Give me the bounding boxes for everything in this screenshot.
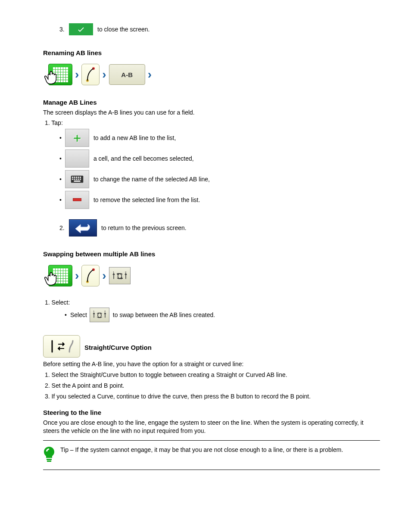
svg-rect-12: [80, 178, 81, 180]
check-icon: [77, 25, 85, 34]
straight-curve-intro: Before setting the A-B line, you have th…: [43, 360, 380, 368]
chevron-right-icon: ›: [75, 68, 79, 81]
minus-icon: [73, 198, 81, 201]
select-cell-button[interactable]: [65, 149, 89, 168]
separator: [43, 470, 380, 470]
select-cell-text: a cell, and the cell becomes selected,: [93, 155, 194, 162]
guidance-button[interactable]: [81, 64, 100, 85]
swap-ab-button[interactable]: 1 2: [109, 267, 131, 284]
guidance-icon: [85, 66, 96, 83]
step-number: 2.: [59, 224, 66, 231]
svg-rect-5: [76, 177, 77, 178]
back-text: to return to the previous screen.: [101, 224, 187, 231]
sc-step1: 1. Select the Straight/Curve button to t…: [45, 371, 380, 379]
lightbulb-icon: [43, 446, 55, 464]
swap-text: to swap between the AB lines created.: [113, 311, 215, 318]
add-line-text: to add a new AB line to the list,: [93, 134, 176, 141]
svg-rect-3: [72, 177, 73, 178]
renaming-ab-lines-title: Renaming AB lines: [43, 49, 380, 56]
sc-step2: 2. Set the A point and B point.: [45, 382, 380, 390]
ab-line-button[interactable]: A-B: [109, 64, 145, 85]
svg-rect-4: [74, 177, 75, 178]
step3-text: to close the screen.: [97, 26, 149, 33]
pointing-hand-icon: [41, 266, 63, 289]
back-arrow-icon: [75, 222, 92, 234]
bullet: [59, 176, 65, 183]
svg-rect-10: [76, 178, 77, 180]
back-button[interactable]: [69, 219, 97, 236]
pointing-hand-icon: [41, 65, 63, 88]
bullet: [59, 196, 65, 203]
guidance-button[interactable]: [81, 265, 100, 286]
svg-text:1: 1: [93, 310, 94, 313]
straight-curve-title: Straight/Curve Option: [84, 344, 152, 351]
remove-text: to remove the selected line from the lis…: [93, 196, 200, 203]
remove-line-button[interactable]: [65, 191, 89, 209]
chevron-right-icon: ›: [75, 269, 79, 283]
step-number: 1. Select:: [45, 299, 70, 306]
svg-text:2: 2: [104, 310, 106, 313]
svg-rect-6: [78, 177, 79, 178]
chevron-right-icon: ›: [102, 269, 106, 283]
add-line-button[interactable]: ＋: [65, 129, 89, 147]
plus-icon: ＋: [71, 130, 83, 146]
swap-prefix: Select: [70, 311, 87, 318]
swapping-title: Swapping between multiple AB lines: [43, 250, 380, 258]
step-number: 1. Tap:: [45, 119, 63, 126]
svg-rect-11: [78, 178, 79, 180]
rename-text: to change the name of the selected AB li…: [93, 176, 210, 183]
breadcrumb-path-swap: › › 1 2: [48, 260, 380, 291]
bullet: [59, 155, 65, 162]
straight-curve-icon: [49, 339, 75, 354]
tip-text: Tip – If the system cannot engage, it ma…: [60, 446, 343, 454]
straight-curve-button[interactable]: [43, 335, 80, 358]
svg-text:1: 1: [113, 271, 115, 274]
manage-ab-lines-title: Manage AB Lines: [43, 99, 380, 106]
svg-rect-13: [74, 180, 80, 182]
swap-ab-button-inline[interactable]: 1 2: [90, 308, 109, 322]
keyboard-icon: [71, 175, 84, 184]
swap-icon: 1 2: [112, 270, 128, 281]
chevron-right-icon: ›: [148, 68, 152, 81]
steering-text: Once you are close enough to the line, e…: [43, 419, 380, 435]
rename-button[interactable]: [65, 170, 89, 188]
svg-text:2: 2: [125, 271, 127, 274]
confirm-check-button[interactable]: [69, 23, 93, 35]
bullet: [65, 311, 70, 318]
sc-step3: 3. If you selected a Curve, continue to …: [45, 392, 380, 401]
manage-ab-lines-intro: The screen displays the A-B lines you ca…: [43, 109, 380, 117]
step-number: 3.: [59, 26, 66, 33]
svg-rect-9: [74, 178, 75, 180]
svg-rect-8: [72, 178, 73, 180]
swap-icon: 1 2: [92, 310, 107, 320]
separator: [43, 440, 380, 441]
steering-title: Steering to the line: [43, 409, 380, 416]
guidance-icon: [85, 267, 96, 284]
breadcrumb-path: › › A-B ›: [48, 59, 380, 90]
chevron-right-icon: ›: [102, 68, 106, 81]
bullet: [59, 134, 65, 141]
svg-rect-7: [80, 177, 81, 178]
